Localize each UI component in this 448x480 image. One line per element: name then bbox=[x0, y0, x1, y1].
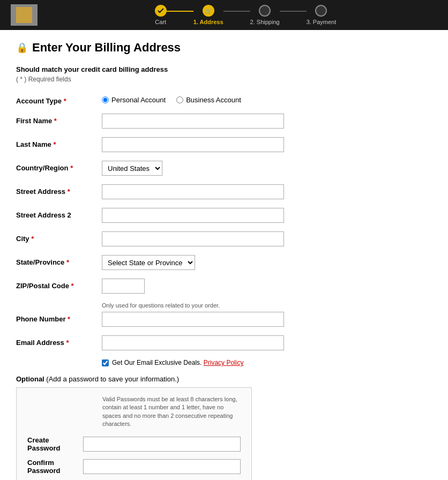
step-payment[interactable]: 3. Payment bbox=[307, 5, 337, 25]
email-input[interactable] bbox=[102, 335, 284, 350]
state-label: State/Province * bbox=[16, 255, 96, 266]
required-note: ( * ) Required fields bbox=[16, 76, 432, 83]
step-shipping[interactable]: 2. Shipping bbox=[250, 5, 280, 25]
zip-row: ZIP/Postal Code * bbox=[16, 279, 432, 294]
optional-header-outer: Optional (Add a password to save your in… bbox=[16, 375, 432, 383]
personal-account-radio[interactable]: Personal Account bbox=[102, 96, 166, 104]
phone-label: Phone Number * bbox=[16, 312, 96, 323]
zip-label: ZIP/Postal Code * bbox=[16, 279, 96, 290]
connector-2 bbox=[223, 11, 250, 12]
street-input[interactable] bbox=[102, 184, 284, 199]
business-radio-input[interactable] bbox=[176, 96, 183, 103]
last-name-field bbox=[102, 137, 284, 152]
breadcrumb-steps: Cart 🛒 1. Address 2. Shipping 3. Payment bbox=[54, 5, 437, 25]
lock-icon: 🔒 bbox=[16, 42, 28, 54]
account-type-label: Account Type * bbox=[16, 94, 96, 105]
city-input[interactable] bbox=[102, 231, 284, 246]
create-password-label: Create Password bbox=[27, 436, 78, 452]
confirm-password-row: Confirm Password bbox=[27, 459, 241, 475]
city-row: City * bbox=[16, 231, 432, 246]
account-type-field: Personal Account Business Account bbox=[102, 94, 284, 104]
state-field: Select State or Province bbox=[102, 255, 284, 270]
optional-label: Optional bbox=[16, 375, 44, 383]
create-password-input[interactable] bbox=[83, 437, 241, 452]
country-select[interactable]: United States bbox=[102, 161, 162, 176]
email-deals-label: Get Our Email Exclusive Deals. Privacy P… bbox=[112, 359, 243, 366]
step-shipping-label: 2. Shipping bbox=[250, 19, 280, 25]
subtitle: Should match your credit card billing ad… bbox=[16, 65, 432, 73]
step-payment-circle bbox=[315, 5, 327, 17]
email-deals-checkbox[interactable] bbox=[102, 359, 109, 366]
header: Cart 🛒 1. Address 2. Shipping 3. Payment bbox=[0, 0, 448, 30]
email-deals-row: Get Our Email Exclusive Deals. Privacy P… bbox=[102, 359, 432, 366]
email-label: Email Address * bbox=[16, 335, 96, 347]
phone-field bbox=[102, 312, 284, 327]
phone-note: Only used for questions related to your … bbox=[102, 302, 432, 309]
password-hint: Valid Passwords must be at least 8 chara… bbox=[102, 395, 241, 429]
street2-row: Street Address 2 bbox=[16, 208, 432, 223]
first-name-label: First Name * bbox=[16, 114, 96, 125]
connector-1 bbox=[167, 11, 193, 12]
street2-field bbox=[102, 208, 284, 223]
step-cart-circle bbox=[155, 5, 167, 17]
country-label: Country/Region * bbox=[16, 161, 96, 172]
last-name-input[interactable] bbox=[102, 137, 284, 152]
step-shipping-circle bbox=[259, 5, 271, 17]
first-name-input[interactable] bbox=[102, 114, 284, 129]
step-cart[interactable]: Cart bbox=[155, 5, 167, 25]
step-address-circle: 🛒 bbox=[203, 5, 214, 17]
country-row: Country/Region * United States bbox=[16, 161, 432, 176]
account-type-row: Account Type * Personal Account Business… bbox=[16, 94, 432, 105]
phone-input[interactable] bbox=[102, 312, 284, 327]
create-password-row: Create Password bbox=[27, 436, 241, 452]
step-cart-label: Cart bbox=[155, 19, 166, 25]
business-account-radio[interactable]: Business Account bbox=[176, 96, 241, 104]
optional-section: Valid Passwords must be at least 8 chara… bbox=[16, 387, 252, 480]
street-row: Street Address * bbox=[16, 184, 432, 199]
first-name-row: First Name * bbox=[16, 114, 432, 129]
phone-row: Phone Number * bbox=[16, 312, 432, 327]
main-content: 🔒 Enter Your Billing Address Should matc… bbox=[0, 30, 448, 480]
state-select[interactable]: Select State or Province bbox=[102, 255, 195, 270]
step-address-label: 1. Address bbox=[193, 19, 223, 25]
confirm-password-label: Confirm Password bbox=[27, 459, 78, 475]
last-name-label: Last Name * bbox=[16, 137, 96, 148]
zip-field bbox=[102, 279, 284, 294]
city-field bbox=[102, 231, 284, 246]
city-label: City * bbox=[16, 231, 96, 243]
optional-note: (Add a password to save your information… bbox=[46, 375, 179, 383]
personal-radio-input[interactable] bbox=[102, 96, 109, 103]
country-field: United States bbox=[102, 161, 284, 176]
street-field bbox=[102, 184, 284, 199]
street2-label: Street Address 2 bbox=[16, 208, 96, 219]
step-payment-label: 3. Payment bbox=[307, 19, 337, 25]
connector-3 bbox=[280, 11, 307, 12]
last-name-row: Last Name * bbox=[16, 137, 432, 152]
state-row: State/Province * Select State or Provinc… bbox=[16, 255, 432, 270]
step-address[interactable]: 🛒 1. Address bbox=[193, 5, 223, 25]
confirm-password-input[interactable] bbox=[83, 459, 241, 474]
page-title: 🔒 Enter Your Billing Address bbox=[16, 41, 432, 55]
email-row: Email Address * bbox=[16, 335, 432, 350]
logo bbox=[11, 4, 38, 26]
street2-input[interactable] bbox=[102, 208, 284, 223]
street-label: Street Address * bbox=[16, 184, 96, 196]
first-name-field bbox=[102, 114, 284, 129]
zip-input[interactable] bbox=[102, 279, 145, 294]
privacy-policy-link[interactable]: Privacy Policy bbox=[204, 359, 244, 366]
email-field bbox=[102, 335, 284, 350]
